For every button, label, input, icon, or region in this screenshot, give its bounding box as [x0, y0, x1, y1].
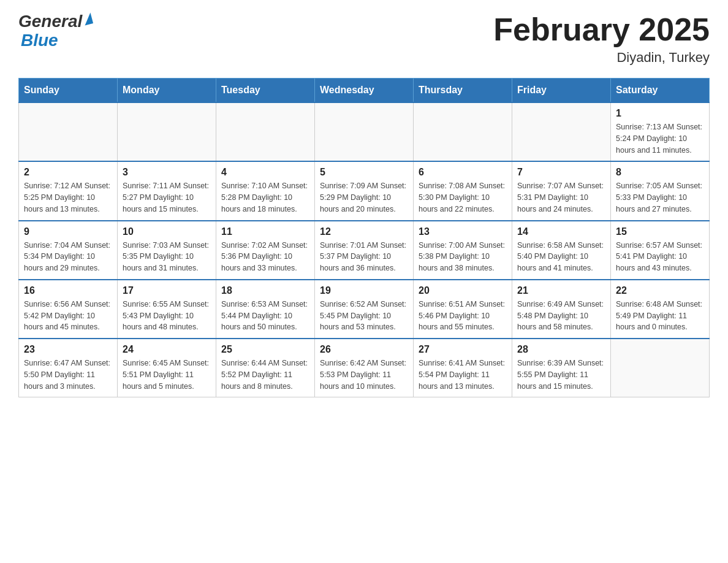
day-info: Sunrise: 7:01 AM Sunset: 5:37 PM Dayligh…	[320, 240, 408, 274]
day-number: 12	[320, 226, 408, 237]
day-number: 17	[123, 285, 211, 296]
day-info: Sunrise: 6:52 AM Sunset: 5:45 PM Dayligh…	[320, 299, 408, 333]
calendar-cell: 23Sunrise: 6:47 AM Sunset: 5:50 PM Dayli…	[19, 339, 118, 397]
calendar-week-2: 9Sunrise: 7:04 AM Sunset: 5:34 PM Daylig…	[19, 221, 710, 280]
calendar-cell: 15Sunrise: 6:57 AM Sunset: 5:41 PM Dayli…	[611, 221, 710, 280]
calendar-cell: 19Sunrise: 6:52 AM Sunset: 5:45 PM Dayli…	[315, 280, 414, 339]
calendar-cell: 9Sunrise: 7:04 AM Sunset: 5:34 PM Daylig…	[19, 221, 118, 280]
calendar-cell	[19, 102, 118, 161]
day-number: 24	[123, 344, 211, 355]
weekday-header-sunday: Sunday	[19, 79, 118, 103]
weekday-header-friday: Friday	[512, 79, 611, 103]
day-number: 27	[419, 344, 507, 355]
logo-arrow-icon	[82, 13, 93, 26]
calendar-cell: 2Sunrise: 7:12 AM Sunset: 5:25 PM Daylig…	[19, 161, 118, 220]
logo-line2: Blue	[18, 31, 92, 50]
day-number: 8	[616, 167, 704, 178]
calendar-cell: 20Sunrise: 6:51 AM Sunset: 5:46 PM Dayli…	[414, 280, 512, 339]
calendar-cell: 4Sunrise: 7:10 AM Sunset: 5:28 PM Daylig…	[216, 161, 315, 220]
day-number: 4	[221, 167, 309, 178]
calendar-cell: 21Sunrise: 6:49 AM Sunset: 5:48 PM Dayli…	[512, 280, 611, 339]
calendar-header: SundayMondayTuesdayWednesdayThursdayFrid…	[19, 79, 710, 103]
calendar-cell: 11Sunrise: 7:02 AM Sunset: 5:36 PM Dayli…	[216, 221, 315, 280]
calendar-cell: 28Sunrise: 6:39 AM Sunset: 5:55 PM Dayli…	[512, 339, 611, 397]
calendar-cell: 16Sunrise: 6:56 AM Sunset: 5:42 PM Dayli…	[19, 280, 118, 339]
logo-text-general: General	[18, 12, 82, 31]
calendar-week-1: 2Sunrise: 7:12 AM Sunset: 5:25 PM Daylig…	[19, 161, 710, 220]
calendar-cell: 8Sunrise: 7:05 AM Sunset: 5:33 PM Daylig…	[611, 161, 710, 220]
day-info: Sunrise: 6:47 AM Sunset: 5:50 PM Dayligh…	[24, 358, 112, 392]
day-info: Sunrise: 6:55 AM Sunset: 5:43 PM Dayligh…	[123, 299, 211, 333]
weekday-header-tuesday: Tuesday	[216, 79, 315, 103]
calendar-cell: 3Sunrise: 7:11 AM Sunset: 5:27 PM Daylig…	[118, 161, 216, 220]
calendar-cell: 12Sunrise: 7:01 AM Sunset: 5:37 PM Dayli…	[315, 221, 414, 280]
logo-line1: General	[18, 12, 92, 31]
day-number: 13	[419, 226, 507, 237]
day-info: Sunrise: 6:49 AM Sunset: 5:48 PM Dayligh…	[517, 299, 605, 333]
calendar-cell: 22Sunrise: 6:48 AM Sunset: 5:49 PM Dayli…	[611, 280, 710, 339]
day-info: Sunrise: 6:51 AM Sunset: 5:46 PM Dayligh…	[419, 299, 507, 333]
day-number: 9	[24, 226, 112, 237]
calendar-cell: 25Sunrise: 6:44 AM Sunset: 5:52 PM Dayli…	[216, 339, 315, 397]
calendar-cell	[512, 102, 611, 161]
calendar-cell	[315, 102, 414, 161]
calendar-cell	[216, 102, 315, 161]
day-info: Sunrise: 7:04 AM Sunset: 5:34 PM Dayligh…	[24, 240, 112, 274]
day-info: Sunrise: 6:42 AM Sunset: 5:53 PM Dayligh…	[320, 358, 408, 392]
calendar-cell: 24Sunrise: 6:45 AM Sunset: 5:51 PM Dayli…	[118, 339, 216, 397]
calendar-cell: 1Sunrise: 7:13 AM Sunset: 5:24 PM Daylig…	[611, 102, 710, 161]
calendar-cell: 27Sunrise: 6:41 AM Sunset: 5:54 PM Dayli…	[414, 339, 512, 397]
day-info: Sunrise: 7:08 AM Sunset: 5:30 PM Dayligh…	[419, 180, 507, 215]
calendar-cell: 18Sunrise: 6:53 AM Sunset: 5:44 PM Dayli…	[216, 280, 315, 339]
day-number: 28	[517, 344, 605, 355]
weekday-header-wednesday: Wednesday	[315, 79, 414, 103]
day-number: 18	[221, 285, 309, 296]
location-title: Diyadin, Turkey	[493, 50, 710, 66]
day-number: 11	[221, 226, 309, 237]
day-info: Sunrise: 7:00 AM Sunset: 5:38 PM Dayligh…	[419, 240, 507, 274]
calendar-cell: 7Sunrise: 7:07 AM Sunset: 5:31 PM Daylig…	[512, 161, 611, 220]
day-number: 19	[320, 285, 408, 296]
title-block: February 2025 Diyadin, Turkey	[493, 12, 710, 66]
calendar-cell: 10Sunrise: 7:03 AM Sunset: 5:35 PM Dayli…	[118, 221, 216, 280]
day-number: 15	[616, 226, 704, 237]
weekday-header-thursday: Thursday	[414, 79, 512, 103]
day-info: Sunrise: 7:11 AM Sunset: 5:27 PM Dayligh…	[123, 180, 211, 215]
day-info: Sunrise: 7:05 AM Sunset: 5:33 PM Dayligh…	[616, 180, 704, 215]
day-info: Sunrise: 7:02 AM Sunset: 5:36 PM Dayligh…	[221, 240, 309, 274]
day-number: 21	[517, 285, 605, 296]
day-number: 2	[24, 167, 112, 178]
logo-text-blue: Blue	[21, 31, 58, 50]
month-title: February 2025	[493, 12, 710, 47]
page-header: General Blue February 2025 Diyadin, Turk…	[18, 12, 710, 66]
weekday-header-row: SundayMondayTuesdayWednesdayThursdayFrid…	[19, 79, 710, 103]
day-info: Sunrise: 7:03 AM Sunset: 5:35 PM Dayligh…	[123, 240, 211, 274]
calendar-week-3: 16Sunrise: 6:56 AM Sunset: 5:42 PM Dayli…	[19, 280, 710, 339]
calendar-cell: 17Sunrise: 6:55 AM Sunset: 5:43 PM Dayli…	[118, 280, 216, 339]
day-info: Sunrise: 6:41 AM Sunset: 5:54 PM Dayligh…	[419, 358, 507, 392]
day-number: 25	[221, 344, 309, 355]
day-number: 5	[320, 167, 408, 178]
day-number: 10	[123, 226, 211, 237]
day-info: Sunrise: 7:13 AM Sunset: 5:24 PM Dayligh…	[616, 121, 704, 156]
day-number: 1	[616, 108, 704, 119]
day-info: Sunrise: 6:44 AM Sunset: 5:52 PM Dayligh…	[221, 358, 309, 392]
day-info: Sunrise: 6:57 AM Sunset: 5:41 PM Dayligh…	[616, 240, 704, 274]
day-info: Sunrise: 7:09 AM Sunset: 5:29 PM Dayligh…	[320, 180, 408, 215]
calendar-table: SundayMondayTuesdayWednesdayThursdayFrid…	[18, 78, 710, 397]
calendar-cell	[611, 339, 710, 397]
weekday-header-monday: Monday	[118, 79, 216, 103]
day-number: 22	[616, 285, 704, 296]
day-number: 23	[24, 344, 112, 355]
calendar-week-4: 23Sunrise: 6:47 AM Sunset: 5:50 PM Dayli…	[19, 339, 710, 397]
calendar-body: 1Sunrise: 7:13 AM Sunset: 5:24 PM Daylig…	[19, 102, 710, 397]
calendar-cell: 13Sunrise: 7:00 AM Sunset: 5:38 PM Dayli…	[414, 221, 512, 280]
day-info: Sunrise: 7:12 AM Sunset: 5:25 PM Dayligh…	[24, 180, 112, 215]
day-info: Sunrise: 6:39 AM Sunset: 5:55 PM Dayligh…	[517, 358, 605, 392]
day-number: 7	[517, 167, 605, 178]
day-number: 16	[24, 285, 112, 296]
day-info: Sunrise: 7:10 AM Sunset: 5:28 PM Dayligh…	[221, 180, 309, 215]
day-number: 20	[419, 285, 507, 296]
day-number: 3	[123, 167, 211, 178]
day-number: 26	[320, 344, 408, 355]
